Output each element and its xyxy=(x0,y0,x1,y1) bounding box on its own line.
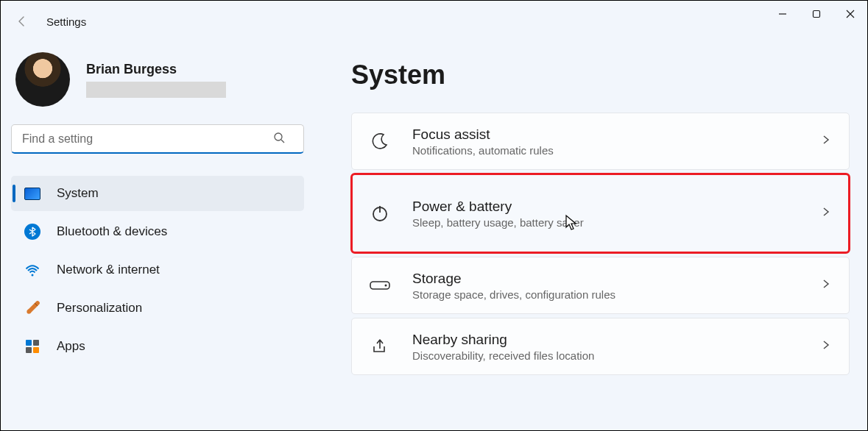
svg-point-2 xyxy=(275,133,282,140)
svg-rect-7 xyxy=(33,347,39,353)
sidebar-item-personalization[interactable]: Personalization xyxy=(11,291,304,326)
card-sub: Storage space, drives, configuration rul… xyxy=(412,288,615,301)
card-sub: Sleep, battery usage, battery saver xyxy=(412,216,584,229)
avatar xyxy=(15,52,70,107)
sidebar-item-network[interactable]: Network & internet xyxy=(11,252,304,288)
sidebar-item-system[interactable]: System xyxy=(11,176,304,211)
card-sub: Notifications, automatic rules xyxy=(412,144,554,157)
search-input[interactable] xyxy=(11,124,304,154)
sidebar-item-label: Network & internet xyxy=(57,263,160,277)
sidebar: Brian Burgess System Bluetooth & devices xyxy=(1,42,310,430)
svg-line-3 xyxy=(281,140,284,143)
apps-icon xyxy=(24,338,40,355)
settings-cards: Focus assist Notifications, automatic ru… xyxy=(351,113,850,375)
chevron-right-icon xyxy=(821,207,831,220)
card-power-battery[interactable]: Power & battery Sleep, battery usage, ba… xyxy=(351,174,850,253)
svg-rect-1 xyxy=(814,11,820,18)
bluetooth-icon xyxy=(24,224,40,240)
storage-icon xyxy=(370,275,390,296)
minimize-button[interactable] xyxy=(766,1,800,27)
sidebar-item-label: System xyxy=(57,186,99,201)
search-wrap xyxy=(11,124,303,154)
sidebar-item-label: Personalization xyxy=(57,301,142,316)
system-icon xyxy=(24,185,40,202)
svg-point-11 xyxy=(385,285,387,287)
back-arrow-icon xyxy=(16,15,28,27)
card-title: Focus assist xyxy=(412,127,554,143)
chevron-right-icon xyxy=(821,279,831,292)
sidebar-item-label: Apps xyxy=(57,339,85,354)
share-icon xyxy=(370,336,390,357)
card-title: Nearby sharing xyxy=(412,332,594,348)
svg-rect-4 xyxy=(26,340,32,346)
moon-icon xyxy=(370,131,390,152)
power-icon xyxy=(370,203,390,224)
profile-email-redacted xyxy=(86,82,226,98)
profile-text: Brian Burgess xyxy=(86,62,226,98)
svg-rect-5 xyxy=(33,340,39,346)
maximize-icon xyxy=(812,10,821,18)
sidebar-item-label: Bluetooth & devices xyxy=(57,224,167,239)
sidebar-item-bluetooth[interactable]: Bluetooth & devices xyxy=(11,214,304,249)
card-nearby-sharing[interactable]: Nearby sharing Discoverability, received… xyxy=(351,318,850,375)
app-title: Settings xyxy=(46,15,86,28)
brush-icon xyxy=(24,300,40,316)
card-title: Storage xyxy=(412,271,615,287)
chevron-right-icon xyxy=(821,340,831,353)
chevron-right-icon xyxy=(821,135,831,148)
titlebar: Settings xyxy=(1,1,867,42)
card-focus-assist[interactable]: Focus assist Notifications, automatic ru… xyxy=(351,113,850,170)
minimize-icon xyxy=(778,10,787,18)
profile-block[interactable]: Brian Burgess xyxy=(11,52,303,107)
close-icon xyxy=(846,10,855,18)
svg-rect-6 xyxy=(26,347,32,353)
card-sub: Discoverability, received files location xyxy=(412,349,594,362)
page-title: System xyxy=(351,60,850,90)
profile-name: Brian Burgess xyxy=(86,62,226,77)
search-icon xyxy=(273,132,285,146)
back-button[interactable] xyxy=(15,15,29,28)
wifi-icon xyxy=(24,262,40,278)
maximize-button[interactable] xyxy=(800,1,833,27)
close-button[interactable] xyxy=(833,1,867,27)
window-controls xyxy=(766,1,867,27)
card-storage[interactable]: Storage Storage space, drives, configura… xyxy=(351,257,850,314)
sidebar-nav: System Bluetooth & devices Network & int… xyxy=(11,176,303,364)
content-area: System Focus assist Notifications, autom… xyxy=(310,42,867,430)
card-title: Power & battery xyxy=(412,199,584,215)
sidebar-item-apps[interactable]: Apps xyxy=(11,329,304,364)
